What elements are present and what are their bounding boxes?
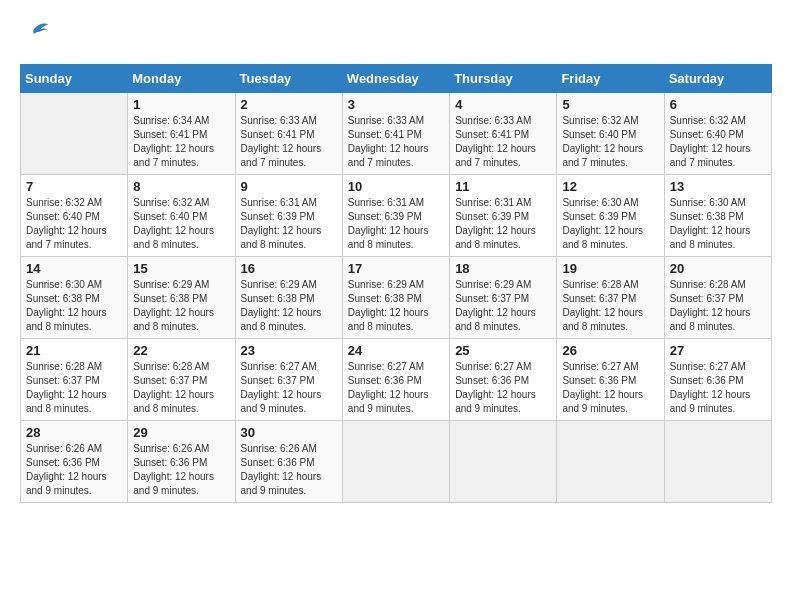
day-info: Sunrise: 6:30 AM Sunset: 6:38 PM Dayligh… [26, 278, 122, 334]
calendar-cell: 17Sunrise: 6:29 AM Sunset: 6:38 PM Dayli… [342, 257, 449, 339]
day-number: 24 [348, 343, 444, 358]
calendar-cell: 14Sunrise: 6:30 AM Sunset: 6:38 PM Dayli… [21, 257, 128, 339]
day-info: Sunrise: 6:32 AM Sunset: 6:40 PM Dayligh… [670, 114, 766, 170]
weekday-header-saturday: Saturday [664, 65, 771, 93]
calendar-cell: 18Sunrise: 6:29 AM Sunset: 6:37 PM Dayli… [450, 257, 557, 339]
day-number: 22 [133, 343, 229, 358]
day-number: 30 [241, 425, 337, 440]
day-info: Sunrise: 6:30 AM Sunset: 6:39 PM Dayligh… [562, 196, 658, 252]
day-info: Sunrise: 6:26 AM Sunset: 6:36 PM Dayligh… [26, 442, 122, 498]
calendar-week-row: 7Sunrise: 6:32 AM Sunset: 6:40 PM Daylig… [21, 175, 772, 257]
day-number: 8 [133, 179, 229, 194]
weekday-header-monday: Monday [128, 65, 235, 93]
calendar-cell: 5Sunrise: 6:32 AM Sunset: 6:40 PM Daylig… [557, 93, 664, 175]
calendar-cell: 19Sunrise: 6:28 AM Sunset: 6:37 PM Dayli… [557, 257, 664, 339]
day-info: Sunrise: 6:30 AM Sunset: 6:38 PM Dayligh… [670, 196, 766, 252]
day-number: 3 [348, 97, 444, 112]
day-info: Sunrise: 6:33 AM Sunset: 6:41 PM Dayligh… [241, 114, 337, 170]
day-number: 21 [26, 343, 122, 358]
calendar-cell: 12Sunrise: 6:30 AM Sunset: 6:39 PM Dayli… [557, 175, 664, 257]
day-number: 29 [133, 425, 229, 440]
day-number: 28 [26, 425, 122, 440]
day-info: Sunrise: 6:32 AM Sunset: 6:40 PM Dayligh… [133, 196, 229, 252]
logo-icon [20, 20, 50, 54]
day-number: 15 [133, 261, 229, 276]
day-number: 12 [562, 179, 658, 194]
day-info: Sunrise: 6:29 AM Sunset: 6:38 PM Dayligh… [241, 278, 337, 334]
day-number: 13 [670, 179, 766, 194]
day-number: 23 [241, 343, 337, 358]
calendar-cell: 24Sunrise: 6:27 AM Sunset: 6:36 PM Dayli… [342, 339, 449, 421]
calendar-cell: 3Sunrise: 6:33 AM Sunset: 6:41 PM Daylig… [342, 93, 449, 175]
calendar-cell: 22Sunrise: 6:28 AM Sunset: 6:37 PM Dayli… [128, 339, 235, 421]
day-number: 17 [348, 261, 444, 276]
calendar-week-row: 28Sunrise: 6:26 AM Sunset: 6:36 PM Dayli… [21, 421, 772, 503]
calendar-cell: 28Sunrise: 6:26 AM Sunset: 6:36 PM Dayli… [21, 421, 128, 503]
day-info: Sunrise: 6:28 AM Sunset: 6:37 PM Dayligh… [670, 278, 766, 334]
calendar-cell: 11Sunrise: 6:31 AM Sunset: 6:39 PM Dayli… [450, 175, 557, 257]
calendar-week-row: 14Sunrise: 6:30 AM Sunset: 6:38 PM Dayli… [21, 257, 772, 339]
day-info: Sunrise: 6:27 AM Sunset: 6:36 PM Dayligh… [562, 360, 658, 416]
day-info: Sunrise: 6:27 AM Sunset: 6:36 PM Dayligh… [670, 360, 766, 416]
day-info: Sunrise: 6:31 AM Sunset: 6:39 PM Dayligh… [455, 196, 551, 252]
day-info: Sunrise: 6:26 AM Sunset: 6:36 PM Dayligh… [133, 442, 229, 498]
page-header [20, 20, 772, 54]
calendar-cell: 27Sunrise: 6:27 AM Sunset: 6:36 PM Dayli… [664, 339, 771, 421]
day-number: 5 [562, 97, 658, 112]
day-number: 10 [348, 179, 444, 194]
weekday-header-tuesday: Tuesday [235, 65, 342, 93]
calendar-cell: 29Sunrise: 6:26 AM Sunset: 6:36 PM Dayli… [128, 421, 235, 503]
day-number: 19 [562, 261, 658, 276]
day-number: 6 [670, 97, 766, 112]
day-number: 27 [670, 343, 766, 358]
calendar-cell: 8Sunrise: 6:32 AM Sunset: 6:40 PM Daylig… [128, 175, 235, 257]
day-number: 1 [133, 97, 229, 112]
calendar-cell: 23Sunrise: 6:27 AM Sunset: 6:37 PM Dayli… [235, 339, 342, 421]
day-info: Sunrise: 6:32 AM Sunset: 6:40 PM Dayligh… [562, 114, 658, 170]
day-info: Sunrise: 6:33 AM Sunset: 6:41 PM Dayligh… [348, 114, 444, 170]
weekday-header-sunday: Sunday [21, 65, 128, 93]
day-info: Sunrise: 6:28 AM Sunset: 6:37 PM Dayligh… [26, 360, 122, 416]
calendar-week-row: 21Sunrise: 6:28 AM Sunset: 6:37 PM Dayli… [21, 339, 772, 421]
day-number: 7 [26, 179, 122, 194]
weekday-header-row: SundayMondayTuesdayWednesdayThursdayFrid… [21, 65, 772, 93]
day-info: Sunrise: 6:33 AM Sunset: 6:41 PM Dayligh… [455, 114, 551, 170]
calendar-cell: 30Sunrise: 6:26 AM Sunset: 6:36 PM Dayli… [235, 421, 342, 503]
day-number: 4 [455, 97, 551, 112]
weekday-header-thursday: Thursday [450, 65, 557, 93]
calendar-cell [342, 421, 449, 503]
day-number: 11 [455, 179, 551, 194]
calendar-cell: 9Sunrise: 6:31 AM Sunset: 6:39 PM Daylig… [235, 175, 342, 257]
calendar-cell: 16Sunrise: 6:29 AM Sunset: 6:38 PM Dayli… [235, 257, 342, 339]
day-number: 9 [241, 179, 337, 194]
day-number: 25 [455, 343, 551, 358]
day-info: Sunrise: 6:28 AM Sunset: 6:37 PM Dayligh… [562, 278, 658, 334]
day-number: 2 [241, 97, 337, 112]
calendar-cell: 21Sunrise: 6:28 AM Sunset: 6:37 PM Dayli… [21, 339, 128, 421]
weekday-header-wednesday: Wednesday [342, 65, 449, 93]
calendar-cell [557, 421, 664, 503]
logo [20, 20, 54, 54]
day-info: Sunrise: 6:27 AM Sunset: 6:36 PM Dayligh… [348, 360, 444, 416]
day-info: Sunrise: 6:31 AM Sunset: 6:39 PM Dayligh… [348, 196, 444, 252]
day-number: 26 [562, 343, 658, 358]
day-number: 20 [670, 261, 766, 276]
day-number: 18 [455, 261, 551, 276]
day-info: Sunrise: 6:27 AM Sunset: 6:37 PM Dayligh… [241, 360, 337, 416]
calendar-cell: 2Sunrise: 6:33 AM Sunset: 6:41 PM Daylig… [235, 93, 342, 175]
calendar-cell: 15Sunrise: 6:29 AM Sunset: 6:38 PM Dayli… [128, 257, 235, 339]
calendar-cell: 10Sunrise: 6:31 AM Sunset: 6:39 PM Dayli… [342, 175, 449, 257]
calendar-cell: 1Sunrise: 6:34 AM Sunset: 6:41 PM Daylig… [128, 93, 235, 175]
calendar-cell: 25Sunrise: 6:27 AM Sunset: 6:36 PM Dayli… [450, 339, 557, 421]
calendar-cell [450, 421, 557, 503]
calendar-cell [21, 93, 128, 175]
day-info: Sunrise: 6:26 AM Sunset: 6:36 PM Dayligh… [241, 442, 337, 498]
day-info: Sunrise: 6:28 AM Sunset: 6:37 PM Dayligh… [133, 360, 229, 416]
calendar-cell [664, 421, 771, 503]
day-info: Sunrise: 6:29 AM Sunset: 6:38 PM Dayligh… [348, 278, 444, 334]
day-number: 16 [241, 261, 337, 276]
day-info: Sunrise: 6:31 AM Sunset: 6:39 PM Dayligh… [241, 196, 337, 252]
calendar-cell: 13Sunrise: 6:30 AM Sunset: 6:38 PM Dayli… [664, 175, 771, 257]
calendar-cell: 6Sunrise: 6:32 AM Sunset: 6:40 PM Daylig… [664, 93, 771, 175]
day-info: Sunrise: 6:32 AM Sunset: 6:40 PM Dayligh… [26, 196, 122, 252]
